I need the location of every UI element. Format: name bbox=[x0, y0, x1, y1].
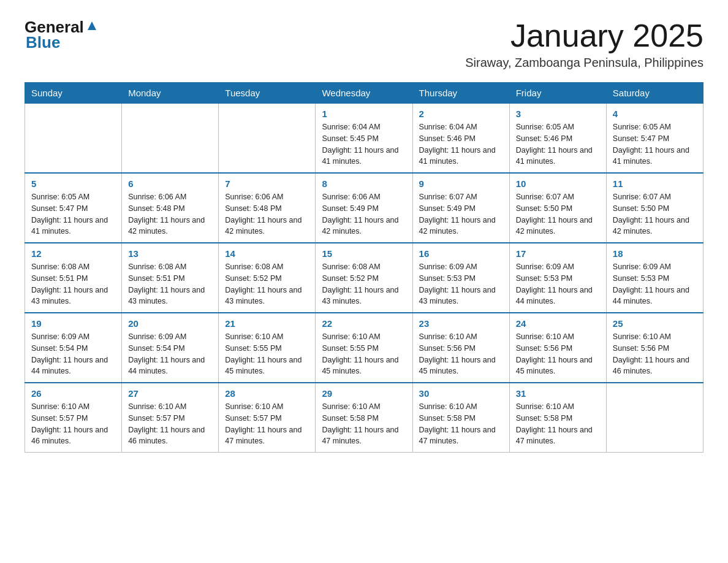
day-info: Sunrise: 6:09 AMSunset: 5:53 PMDaylight:… bbox=[419, 261, 503, 307]
day-number: 23 bbox=[419, 318, 503, 329]
calendar-header-row: SundayMondayTuesdayWednesdayThursdayFrid… bbox=[25, 83, 703, 104]
day-number: 9 bbox=[419, 178, 503, 189]
day-info: Sunrise: 6:10 AMSunset: 5:57 PMDaylight:… bbox=[225, 401, 309, 447]
day-info: Sunrise: 6:05 AMSunset: 5:47 PMDaylight:… bbox=[31, 191, 115, 237]
calendar-cell: 29Sunrise: 6:10 AMSunset: 5:58 PMDayligh… bbox=[316, 383, 412, 453]
calendar-cell: 24Sunrise: 6:10 AMSunset: 5:56 PMDayligh… bbox=[509, 313, 606, 383]
day-number: 18 bbox=[613, 248, 697, 259]
calendar-cell: 12Sunrise: 6:08 AMSunset: 5:51 PMDayligh… bbox=[25, 243, 122, 313]
calendar-header-tuesday: Tuesday bbox=[219, 83, 316, 104]
logo: General Blue bbox=[25, 18, 99, 51]
day-number: 26 bbox=[31, 388, 115, 399]
calendar: SundayMondayTuesdayWednesdayThursdayFrid… bbox=[25, 82, 703, 453]
day-number: 8 bbox=[322, 178, 406, 189]
calendar-week-row: 12Sunrise: 6:08 AMSunset: 5:51 PMDayligh… bbox=[25, 243, 703, 313]
calendar-header-sunday: Sunday bbox=[25, 83, 122, 104]
calendar-cell: 31Sunrise: 6:10 AMSunset: 5:58 PMDayligh… bbox=[509, 383, 606, 453]
calendar-cell: 19Sunrise: 6:09 AMSunset: 5:54 PMDayligh… bbox=[25, 313, 122, 383]
calendar-cell: 9Sunrise: 6:07 AMSunset: 5:49 PMDaylight… bbox=[412, 173, 509, 243]
day-number: 2 bbox=[419, 109, 503, 119]
day-number: 31 bbox=[516, 388, 600, 399]
title-area: January 2025 Siraway, Zamboanga Peninsul… bbox=[465, 18, 703, 70]
calendar-cell bbox=[219, 104, 316, 174]
day-info: Sunrise: 6:04 AMSunset: 5:45 PMDaylight:… bbox=[322, 121, 406, 167]
day-info: Sunrise: 6:08 AMSunset: 5:51 PMDaylight:… bbox=[31, 261, 115, 307]
calendar-cell bbox=[25, 104, 122, 174]
day-info: Sunrise: 6:10 AMSunset: 5:55 PMDaylight:… bbox=[322, 331, 406, 377]
day-info: Sunrise: 6:10 AMSunset: 5:56 PMDaylight:… bbox=[419, 331, 503, 377]
svg-marker-0 bbox=[88, 21, 96, 30]
day-number: 16 bbox=[419, 248, 503, 259]
calendar-week-row: 1Sunrise: 6:04 AMSunset: 5:45 PMDaylight… bbox=[25, 104, 703, 174]
calendar-cell: 4Sunrise: 6:05 AMSunset: 5:47 PMDaylight… bbox=[606, 104, 703, 174]
calendar-cell: 6Sunrise: 6:06 AMSunset: 5:48 PMDaylight… bbox=[122, 173, 219, 243]
calendar-cell: 30Sunrise: 6:10 AMSunset: 5:58 PMDayligh… bbox=[412, 383, 509, 453]
calendar-week-row: 19Sunrise: 6:09 AMSunset: 5:54 PMDayligh… bbox=[25, 313, 703, 383]
day-info: Sunrise: 6:08 AMSunset: 5:52 PMDaylight:… bbox=[322, 261, 406, 307]
day-number: 14 bbox=[225, 248, 309, 259]
calendar-cell: 16Sunrise: 6:09 AMSunset: 5:53 PMDayligh… bbox=[412, 243, 509, 313]
day-info: Sunrise: 6:09 AMSunset: 5:54 PMDaylight:… bbox=[31, 331, 115, 377]
calendar-cell: 18Sunrise: 6:09 AMSunset: 5:53 PMDayligh… bbox=[606, 243, 703, 313]
calendar-cell: 15Sunrise: 6:08 AMSunset: 5:52 PMDayligh… bbox=[316, 243, 412, 313]
calendar-cell bbox=[606, 383, 703, 453]
day-info: Sunrise: 6:08 AMSunset: 5:52 PMDaylight:… bbox=[225, 261, 309, 307]
day-info: Sunrise: 6:10 AMSunset: 5:58 PMDaylight:… bbox=[322, 401, 406, 447]
day-number: 12 bbox=[31, 248, 115, 259]
day-number: 3 bbox=[516, 109, 600, 119]
day-info: Sunrise: 6:10 AMSunset: 5:58 PMDaylight:… bbox=[419, 401, 503, 447]
day-info: Sunrise: 6:09 AMSunset: 5:53 PMDaylight:… bbox=[516, 261, 600, 307]
day-info: Sunrise: 6:07 AMSunset: 5:49 PMDaylight:… bbox=[419, 191, 503, 237]
calendar-header-monday: Monday bbox=[122, 83, 219, 104]
day-info: Sunrise: 6:10 AMSunset: 5:57 PMDaylight:… bbox=[128, 401, 212, 447]
calendar-header-friday: Friday bbox=[509, 83, 606, 104]
calendar-cell: 14Sunrise: 6:08 AMSunset: 5:52 PMDayligh… bbox=[219, 243, 316, 313]
header: General Blue January 2025 Siraway, Zambo… bbox=[25, 18, 703, 70]
day-number: 29 bbox=[322, 388, 406, 399]
logo-blue: Blue bbox=[25, 34, 99, 52]
day-info: Sunrise: 6:05 AMSunset: 5:46 PMDaylight:… bbox=[516, 121, 600, 167]
calendar-cell: 10Sunrise: 6:07 AMSunset: 5:50 PMDayligh… bbox=[509, 173, 606, 243]
calendar-header-thursday: Thursday bbox=[412, 83, 509, 104]
calendar-cell: 5Sunrise: 6:05 AMSunset: 5:47 PMDaylight… bbox=[25, 173, 122, 243]
day-info: Sunrise: 6:08 AMSunset: 5:51 PMDaylight:… bbox=[128, 261, 212, 307]
calendar-cell: 26Sunrise: 6:10 AMSunset: 5:57 PMDayligh… bbox=[25, 383, 122, 453]
calendar-cell: 22Sunrise: 6:10 AMSunset: 5:55 PMDayligh… bbox=[316, 313, 412, 383]
day-number: 27 bbox=[128, 388, 212, 399]
page-title: January 2025 bbox=[465, 18, 703, 53]
calendar-cell: 2Sunrise: 6:04 AMSunset: 5:46 PMDaylight… bbox=[412, 104, 509, 174]
calendar-cell: 28Sunrise: 6:10 AMSunset: 5:57 PMDayligh… bbox=[219, 383, 316, 453]
day-info: Sunrise: 6:07 AMSunset: 5:50 PMDaylight:… bbox=[516, 191, 600, 237]
calendar-header-wednesday: Wednesday bbox=[316, 83, 412, 104]
calendar-cell: 27Sunrise: 6:10 AMSunset: 5:57 PMDayligh… bbox=[122, 383, 219, 453]
calendar-cell: 21Sunrise: 6:10 AMSunset: 5:55 PMDayligh… bbox=[219, 313, 316, 383]
day-info: Sunrise: 6:04 AMSunset: 5:46 PMDaylight:… bbox=[419, 121, 503, 167]
day-number: 15 bbox=[322, 248, 406, 259]
day-info: Sunrise: 6:07 AMSunset: 5:50 PMDaylight:… bbox=[613, 191, 697, 237]
day-info: Sunrise: 6:05 AMSunset: 5:47 PMDaylight:… bbox=[613, 121, 697, 167]
logo-triangle-icon bbox=[85, 19, 99, 33]
day-number: 1 bbox=[322, 109, 406, 119]
day-number: 19 bbox=[31, 318, 115, 329]
calendar-cell: 20Sunrise: 6:09 AMSunset: 5:54 PMDayligh… bbox=[122, 313, 219, 383]
day-number: 10 bbox=[516, 178, 600, 189]
calendar-cell bbox=[122, 104, 219, 174]
day-number: 22 bbox=[322, 318, 406, 329]
day-info: Sunrise: 6:10 AMSunset: 5:56 PMDaylight:… bbox=[613, 331, 697, 377]
day-number: 17 bbox=[516, 248, 600, 259]
calendar-cell: 25Sunrise: 6:10 AMSunset: 5:56 PMDayligh… bbox=[606, 313, 703, 383]
calendar-cell: 17Sunrise: 6:09 AMSunset: 5:53 PMDayligh… bbox=[509, 243, 606, 313]
calendar-cell: 11Sunrise: 6:07 AMSunset: 5:50 PMDayligh… bbox=[606, 173, 703, 243]
day-info: Sunrise: 6:10 AMSunset: 5:57 PMDaylight:… bbox=[31, 401, 115, 447]
day-number: 11 bbox=[613, 178, 697, 189]
day-number: 25 bbox=[613, 318, 697, 329]
day-info: Sunrise: 6:10 AMSunset: 5:56 PMDaylight:… bbox=[516, 331, 600, 377]
day-info: Sunrise: 6:06 AMSunset: 5:48 PMDaylight:… bbox=[225, 191, 309, 237]
day-number: 6 bbox=[128, 178, 212, 189]
day-number: 20 bbox=[128, 318, 212, 329]
day-number: 5 bbox=[31, 178, 115, 189]
calendar-week-row: 5Sunrise: 6:05 AMSunset: 5:47 PMDaylight… bbox=[25, 173, 703, 243]
calendar-week-row: 26Sunrise: 6:10 AMSunset: 5:57 PMDayligh… bbox=[25, 383, 703, 453]
day-info: Sunrise: 6:09 AMSunset: 5:53 PMDaylight:… bbox=[613, 261, 697, 307]
calendar-cell: 13Sunrise: 6:08 AMSunset: 5:51 PMDayligh… bbox=[122, 243, 219, 313]
